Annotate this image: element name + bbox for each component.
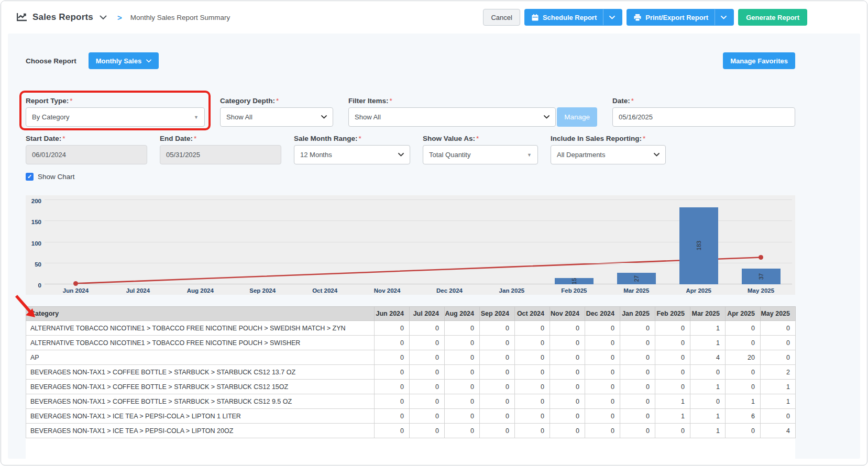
value-cell: 0 [445, 336, 480, 350]
value-cell: 0 [620, 321, 655, 336]
value-cell: 0 [620, 424, 655, 438]
value-cell: 0 [410, 409, 445, 424]
report-type-select[interactable]: By Category ▼ [26, 107, 205, 127]
value-cell: 0 [550, 350, 585, 365]
include-in-sales-reporting-select[interactable]: All Departments [551, 145, 666, 164]
schedule-report-button[interactable]: Schedule Report [524, 9, 622, 26]
sale-month-range-select[interactable]: 12 Months [294, 145, 410, 164]
choose-report-label: Choose Report [26, 57, 76, 65]
breadcrumb-separator-icon: > [117, 13, 122, 22]
include-in-sales-reporting-value: All Departments [557, 151, 605, 159]
table-row: BEVERAGES NON-TAX1 > COFFEE BOTTLE > STA… [26, 380, 796, 394]
x-axis-tick-label: Jan 2025 [480, 287, 543, 294]
manage-favorites-button[interactable]: Manage Favorites [723, 52, 795, 69]
generate-report-button[interactable]: Generate Report [738, 9, 807, 26]
table-row: ALTERNATIVE TOBACCO NICOTINE1 > TOBACCO … [26, 336, 796, 350]
chevron-down-icon [654, 153, 660, 157]
x-axis-tick-label: Jun 2024 [45, 287, 107, 294]
value-cell: 0 [585, 409, 620, 424]
checkbox-checked-icon: ✓ [26, 173, 34, 181]
value-cell: 0 [655, 321, 690, 336]
dropdown-triangle-icon: ▼ [194, 115, 199, 120]
column-header-may-2025: May 2025 [761, 307, 796, 321]
bar-apr-2025: 183 [679, 207, 718, 284]
value-cell: 0 [620, 336, 655, 350]
value-cell: 0 [445, 409, 480, 424]
value-cell: 0 [550, 424, 585, 438]
print-export-report-label: Print/Export Report [645, 14, 708, 21]
value-cell: 0 [655, 424, 690, 438]
value-cell: 0 [550, 380, 585, 394]
schedule-report-dropdown-toggle[interactable] [603, 9, 615, 25]
value-cell: 1 [761, 394, 796, 409]
value-cell: 0 [515, 321, 550, 336]
category-cell: ALTERNATIVE TOBACCO NICOTINE1 > TOBACCO … [26, 336, 375, 350]
manage-filter-items-button[interactable]: Manage [557, 107, 597, 127]
value-cell: 0 [480, 321, 515, 336]
category-cell: BEVERAGES NON-TAX1 > ICE TEA > PEPSI-COL… [26, 424, 375, 438]
x-axis-tick-label: Feb 2025 [543, 287, 605, 294]
value-cell: 0 [761, 409, 796, 424]
column-header-oct-2024: Oct 2024 [515, 307, 550, 321]
value-cell: 2 [761, 365, 796, 380]
filter-items-label: Filter Items: [348, 97, 389, 105]
show-value-as-field: Show Value As:* Total Quantity ▼ [423, 135, 538, 164]
category-cell: ALTERNATIVE TOBACCO NICOTINE1 > TOBACCO … [26, 321, 375, 336]
value-cell: 1 [690, 380, 726, 394]
value-cell: 0 [655, 336, 690, 350]
x-axis-tick-label: Apr 2025 [667, 287, 730, 294]
value-cell: 0 [585, 394, 620, 409]
report-selector-dropdown[interactable]: Monthly Sales [89, 52, 159, 69]
column-header-sep-2024: Sep 2024 [480, 307, 515, 321]
column-header-nov-2024: Nov 2024 [550, 307, 585, 321]
table-row: ALTERNATIVE TOBACCO NICOTINE1 > TOBACCO … [26, 321, 796, 336]
bar-mar-2025: 27 [617, 273, 656, 284]
date-input[interactable]: 05/16/2025 [612, 107, 795, 127]
chevron-down-icon [544, 115, 550, 119]
report-selector-chevron-down-icon [146, 59, 151, 63]
category-depth-select[interactable]: Show All [220, 107, 333, 127]
column-header-jun-2024: Jun 2024 [375, 307, 410, 321]
y-axis-tick-label: 150 [26, 219, 41, 225]
value-cell: 0 [410, 365, 445, 380]
red-arrow-annotation [12, 293, 42, 323]
filter-items-value: Show All [355, 113, 381, 121]
start-date-label: Start Date: [26, 135, 61, 142]
value-cell: 0 [655, 380, 690, 394]
value-cell: 0 [480, 409, 515, 424]
start-date-input: 06/01/2024 [26, 145, 147, 164]
top-bar: Sales Reports > Monthly Sales Report Sum… [1, 1, 867, 34]
value-cell: 0 [445, 424, 480, 438]
print-export-report-button[interactable]: Print/Export Report [627, 9, 734, 26]
start-date-value: 06/01/2024 [32, 151, 66, 159]
page-title-chevron-down-icon[interactable] [100, 15, 107, 20]
bar-value-label: 15 [571, 278, 577, 284]
value-cell: 0 [585, 365, 620, 380]
print-export-dropdown-toggle[interactable] [715, 9, 727, 25]
value-cell: 0 [480, 394, 515, 409]
schedule-report-label: Schedule Report [543, 14, 597, 21]
value-cell: 0 [445, 365, 480, 380]
value-cell: 6 [726, 409, 761, 424]
value-cell: 1 [655, 409, 690, 424]
show-value-as-select[interactable]: Total Quantity ▼ [423, 145, 538, 164]
table-row: BEVERAGES NON-TAX1 > ICE TEA > PEPSI-COL… [26, 424, 796, 438]
value-cell: 0 [445, 380, 480, 394]
bar-may-2025: 37 [742, 269, 781, 284]
value-cell: 0 [585, 380, 620, 394]
table-row: BEVERAGES NON-TAX1 > COFFEE BOTTLE > STA… [26, 365, 796, 380]
cancel-button[interactable]: Cancel [483, 9, 520, 26]
x-axis-tick-label: Dec 2024 [419, 287, 481, 294]
x-axis-tick-label: Aug 2024 [169, 287, 232, 294]
value-cell: 1 [726, 394, 761, 409]
column-header-category: Category [26, 307, 375, 321]
value-cell: 0 [690, 365, 726, 380]
show-chart-checkbox[interactable]: ✓ Show Chart [26, 173, 94, 181]
value-cell: 1 [690, 321, 726, 336]
value-cell: 0 [620, 350, 655, 365]
value-cell: 0 [726, 380, 761, 394]
value-cell: 20 [726, 350, 761, 365]
plot-area: 152718337 [45, 200, 792, 284]
filter-items-select[interactable]: Show All [348, 107, 556, 127]
include-in-sales-reporting-label: Include In Sales Reporting: [551, 135, 642, 142]
